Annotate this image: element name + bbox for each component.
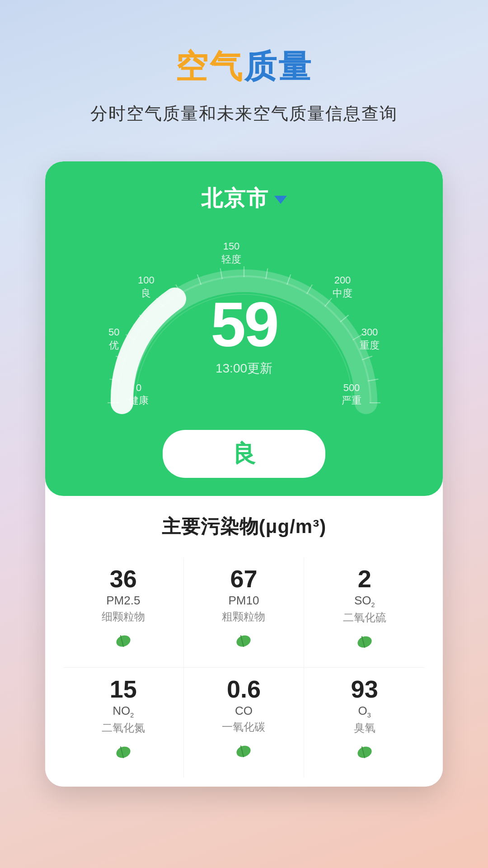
no2-leaf-icon: [113, 741, 134, 764]
so2-leaf-icon: [354, 630, 375, 654]
pm25-leaf-icon: [113, 629, 134, 653]
label-50: 50优: [108, 326, 119, 352]
pm10-name: 粗颗粒物: [222, 609, 265, 624]
status-text: 良: [232, 440, 256, 467]
label-150: 150轻度: [221, 240, 241, 266]
title-part-blue: 质量: [244, 48, 313, 85]
pm10-value: 67: [230, 566, 257, 591]
pm25-name: 细颗粒物: [102, 609, 145, 624]
page-title: 空气质量: [175, 45, 313, 89]
city-name: 北京市: [201, 184, 269, 213]
pollutant-pm25: 36 PM2.5 细颗粒物: [63, 557, 184, 667]
pollutant-o3: 93 O3 臭氧: [304, 668, 425, 778]
pollutant-no2: 15 NO2 二氧化氮: [63, 668, 184, 778]
pollutants-title: 主要污染物(μg/m³): [63, 514, 425, 539]
pollutants-row-1: 36 PM2.5 细颗粒物 67 PM10 粗颗粒物: [63, 557, 425, 667]
gauge-center: 59 13:00更新: [211, 293, 277, 377]
no2-name: 二氧化氮: [102, 721, 145, 735]
pm10-leaf-icon: [233, 629, 254, 653]
pollutant-so2: 2 SO2 二氧化硫: [304, 557, 425, 667]
so2-code: SO2: [354, 594, 375, 609]
pm10-code: PM10: [229, 594, 259, 608]
aqi-value: 59: [211, 293, 277, 356]
o3-code: O3: [358, 704, 371, 719]
chevron-down-icon: [274, 196, 287, 204]
co-code: CO: [235, 704, 253, 718]
o3-value: 93: [351, 677, 378, 701]
label-0: 0健康: [129, 382, 149, 407]
aqi-update-time: 13:00更新: [211, 360, 277, 377]
city-selector[interactable]: 北京市: [63, 184, 425, 213]
pm25-code: PM2.5: [106, 594, 140, 608]
so2-value: 2: [358, 566, 371, 591]
pollutant-pm10: 67 PM10 粗颗粒物: [184, 557, 305, 667]
gauge-container: 0健康 50优 100良 150轻度 200中度 300重度 5: [86, 231, 402, 421]
o3-name: 臭氧: [354, 721, 375, 735]
pm25-value: 36: [110, 566, 137, 591]
no2-code: NO2: [113, 704, 134, 719]
status-badge: 良: [163, 430, 325, 478]
co-value: 0.6: [227, 677, 261, 701]
label-100: 100良: [138, 274, 155, 300]
pollutant-co: 0.6 CO 一氧化碳: [184, 668, 305, 778]
main-card: 北京市: [45, 161, 443, 787]
so2-name: 二氧化硫: [343, 610, 386, 625]
pollutants-section: 主要污染物(μg/m³) 36 PM2.5 细颗粒物 67 PM10 粗颗粒物: [45, 496, 443, 787]
pollutants-row-2: 15 NO2 二氧化氮 0.6 CO 一氧化碳: [63, 667, 425, 778]
co-leaf-icon: [233, 740, 254, 763]
no2-value: 15: [110, 677, 137, 701]
page-subtitle: 分时空气质量和未来空气质量信息查询: [90, 102, 398, 125]
label-200: 200中度: [333, 274, 352, 300]
o3-leaf-icon: [354, 741, 375, 764]
title-part-orange: 空气: [175, 48, 244, 85]
gauge-section: 北京市: [45, 161, 443, 496]
co-name: 一氧化碳: [222, 720, 265, 734]
label-500: 500严重: [342, 382, 361, 407]
label-300: 300重度: [360, 326, 380, 352]
